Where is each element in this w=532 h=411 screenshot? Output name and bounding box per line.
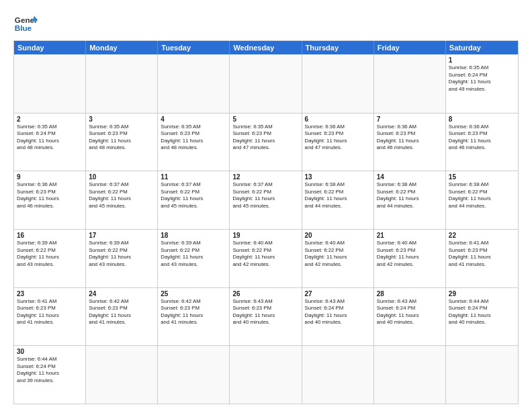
calendar-week-6: 30Sunrise: 6:44 AM Sunset: 6:24 PM Dayli… [14, 345, 518, 404]
calendar-week-1: 1Sunrise: 6:35 AM Sunset: 6:24 PM Daylig… [14, 54, 518, 113]
calendar-week-4: 16Sunrise: 6:39 AM Sunset: 6:22 PM Dayli… [14, 229, 518, 287]
calendar-cell: 14Sunrise: 6:38 AM Sunset: 6:22 PM Dayli… [374, 171, 446, 229]
day-info: Sunrise: 6:39 AM Sunset: 6:22 PM Dayligh… [17, 240, 83, 268]
calendar-cell: 6Sunrise: 6:36 AM Sunset: 6:23 PM Daylig… [302, 113, 374, 171]
day-info: Sunrise: 6:41 AM Sunset: 6:23 PM Dayligh… [17, 298, 83, 326]
day-number: 5 [232, 116, 298, 123]
calendar-cell: 13Sunrise: 6:38 AM Sunset: 6:22 PM Dayli… [302, 171, 374, 229]
calendar: SundayMondayTuesdayWednesdayThursdayFrid… [13, 40, 519, 404]
calendar-cell: 24Sunrise: 6:42 AM Sunset: 6:23 PM Dayli… [86, 288, 158, 346]
day-info: Sunrise: 6:38 AM Sunset: 6:22 PM Dayligh… [377, 181, 443, 210]
weekday-header-friday: Friday [374, 41, 446, 54]
calendar-cell: 5Sunrise: 6:35 AM Sunset: 6:23 PM Daylig… [230, 113, 302, 171]
calendar-cell: 1Sunrise: 6:35 AM Sunset: 6:24 PM Daylig… [446, 54, 518, 113]
calendar-cell [230, 346, 302, 404]
calendar-cell: 21Sunrise: 6:40 AM Sunset: 6:23 PM Dayli… [374, 230, 446, 287]
day-info: Sunrise: 6:37 AM Sunset: 6:22 PM Dayligh… [89, 181, 154, 210]
calendar-week-2: 2Sunrise: 6:35 AM Sunset: 6:24 PM Daylig… [14, 113, 518, 171]
day-info: Sunrise: 6:43 AM Sunset: 6:24 PM Dayligh… [377, 298, 443, 326]
day-number: 14 [377, 173, 443, 181]
day-info: Sunrise: 6:36 AM Sunset: 6:23 PM Dayligh… [377, 124, 443, 152]
calendar-cell: 4Sunrise: 6:35 AM Sunset: 6:23 PM Daylig… [158, 113, 230, 171]
day-info: Sunrise: 6:44 AM Sunset: 6:24 PM Dayligh… [17, 356, 83, 384]
calendar-cell: 17Sunrise: 6:39 AM Sunset: 6:22 PM Dayli… [86, 230, 158, 287]
weekday-header-tuesday: Tuesday [158, 41, 230, 54]
calendar-cell: 29Sunrise: 6:44 AM Sunset: 6:24 PM Dayli… [446, 288, 518, 346]
calendar-cell: 26Sunrise: 6:43 AM Sunset: 6:23 PM Dayli… [230, 288, 302, 346]
day-info: Sunrise: 6:42 AM Sunset: 6:23 PM Dayligh… [89, 298, 154, 326]
calendar-cell [158, 54, 230, 113]
day-info: Sunrise: 6:43 AM Sunset: 6:23 PM Dayligh… [232, 298, 298, 326]
calendar-cell: 30Sunrise: 6:44 AM Sunset: 6:24 PM Dayli… [14, 346, 86, 404]
calendar-cell [158, 346, 230, 404]
page-header: General Blue [13, 11, 519, 35]
calendar-cell: 10Sunrise: 6:37 AM Sunset: 6:22 PM Dayli… [86, 171, 158, 229]
calendar-week-5: 23Sunrise: 6:41 AM Sunset: 6:23 PM Dayli… [14, 287, 518, 346]
svg-text:Blue: Blue [15, 24, 32, 32]
day-info: Sunrise: 6:36 AM Sunset: 6:23 PM Dayligh… [305, 124, 371, 152]
day-number: 9 [17, 173, 83, 181]
day-number: 29 [449, 290, 515, 298]
day-info: Sunrise: 6:40 AM Sunset: 6:22 PM Dayligh… [232, 240, 298, 268]
day-number: 19 [232, 232, 298, 239]
calendar-cell: 23Sunrise: 6:41 AM Sunset: 6:23 PM Dayli… [14, 288, 86, 346]
weekday-header-thursday: Thursday [302, 41, 374, 54]
day-number: 28 [377, 290, 443, 298]
day-info: Sunrise: 6:35 AM Sunset: 6:24 PM Dayligh… [17, 124, 83, 152]
weekday-header-sunday: Sunday [14, 41, 86, 54]
day-number: 8 [449, 116, 515, 123]
calendar-cell [374, 346, 446, 404]
calendar-cell: 20Sunrise: 6:40 AM Sunset: 6:22 PM Dayli… [302, 230, 374, 287]
day-number: 23 [17, 290, 83, 298]
calendar-cell: 12Sunrise: 6:37 AM Sunset: 6:22 PM Dayli… [230, 171, 302, 229]
day-number: 30 [17, 348, 83, 355]
calendar-cell: 25Sunrise: 6:42 AM Sunset: 6:23 PM Dayli… [158, 288, 230, 346]
day-number: 24 [89, 290, 154, 298]
calendar-cell [230, 54, 302, 113]
day-info: Sunrise: 6:42 AM Sunset: 6:23 PM Dayligh… [161, 298, 226, 326]
calendar-cell: 7Sunrise: 6:36 AM Sunset: 6:23 PM Daylig… [374, 113, 446, 171]
day-info: Sunrise: 6:35 AM Sunset: 6:23 PM Dayligh… [161, 124, 226, 152]
calendar-week-3: 9Sunrise: 6:36 AM Sunset: 6:23 PM Daylig… [14, 171, 518, 229]
day-number: 2 [17, 116, 83, 123]
day-number: 20 [305, 232, 371, 239]
calendar-cell: 27Sunrise: 6:43 AM Sunset: 6:24 PM Dayli… [302, 288, 374, 346]
calendar-cell: 18Sunrise: 6:39 AM Sunset: 6:22 PM Dayli… [158, 230, 230, 287]
calendar-cell [302, 346, 374, 404]
day-number: 13 [305, 173, 371, 181]
day-number: 10 [89, 173, 154, 181]
day-info: Sunrise: 6:44 AM Sunset: 6:24 PM Dayligh… [449, 298, 515, 326]
day-info: Sunrise: 6:35 AM Sunset: 6:23 PM Dayligh… [232, 124, 298, 152]
calendar-cell: 28Sunrise: 6:43 AM Sunset: 6:24 PM Dayli… [374, 288, 446, 346]
calendar-cell: 11Sunrise: 6:37 AM Sunset: 6:22 PM Dayli… [158, 171, 230, 229]
day-number: 4 [161, 116, 226, 123]
day-info: Sunrise: 6:36 AM Sunset: 6:23 PM Dayligh… [449, 124, 515, 152]
day-number: 3 [89, 116, 154, 123]
day-number: 16 [17, 232, 83, 239]
calendar-cell: 19Sunrise: 6:40 AM Sunset: 6:22 PM Dayli… [230, 230, 302, 287]
day-info: Sunrise: 6:39 AM Sunset: 6:22 PM Dayligh… [161, 240, 226, 268]
day-info: Sunrise: 6:35 AM Sunset: 6:24 PM Dayligh… [449, 64, 515, 93]
day-number: 6 [305, 116, 371, 123]
day-info: Sunrise: 6:35 AM Sunset: 6:23 PM Dayligh… [89, 124, 154, 152]
day-info: Sunrise: 6:36 AM Sunset: 6:23 PM Dayligh… [17, 181, 83, 210]
calendar-cell: 8Sunrise: 6:36 AM Sunset: 6:23 PM Daylig… [446, 113, 518, 171]
calendar-cell: 9Sunrise: 6:36 AM Sunset: 6:23 PM Daylig… [14, 171, 86, 229]
day-info: Sunrise: 6:37 AM Sunset: 6:22 PM Dayligh… [232, 181, 298, 210]
day-info: Sunrise: 6:40 AM Sunset: 6:22 PM Dayligh… [305, 240, 371, 268]
calendar-cell: 2Sunrise: 6:35 AM Sunset: 6:24 PM Daylig… [14, 113, 86, 171]
calendar-body: 1Sunrise: 6:35 AM Sunset: 6:24 PM Daylig… [14, 54, 518, 404]
day-number: 27 [305, 290, 371, 298]
calendar-cell [374, 54, 446, 113]
day-number: 7 [377, 116, 443, 123]
day-info: Sunrise: 6:43 AM Sunset: 6:24 PM Dayligh… [305, 298, 371, 326]
day-info: Sunrise: 6:38 AM Sunset: 6:22 PM Dayligh… [305, 181, 371, 210]
calendar-cell: 16Sunrise: 6:39 AM Sunset: 6:22 PM Dayli… [14, 230, 86, 287]
day-number: 26 [232, 290, 298, 298]
day-number: 17 [89, 232, 154, 239]
calendar-cell [86, 346, 158, 404]
weekday-header-wednesday: Wednesday [230, 41, 302, 54]
day-number: 15 [449, 173, 515, 181]
day-info: Sunrise: 6:40 AM Sunset: 6:23 PM Dayligh… [377, 240, 443, 268]
calendar-cell [302, 54, 374, 113]
